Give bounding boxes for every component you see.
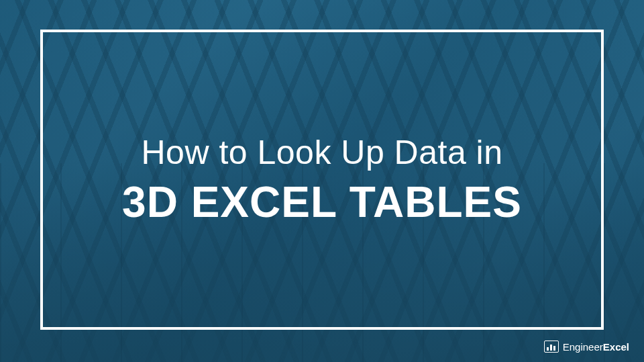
- brand-logo: EngineerExcel: [544, 341, 629, 353]
- brand-name: EngineerExcel: [563, 341, 629, 353]
- chart-icon: [544, 341, 559, 353]
- title-main: 3D EXCEL TABLES: [122, 177, 522, 227]
- title-frame: How to Look Up Data in 3D EXCEL TABLES: [40, 30, 604, 330]
- title-subtitle: How to Look Up Data in: [141, 133, 502, 172]
